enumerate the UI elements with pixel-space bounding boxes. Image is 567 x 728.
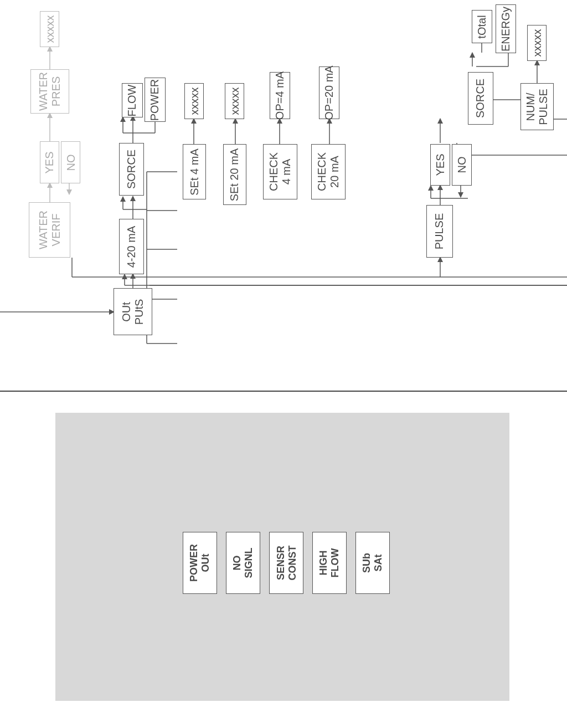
node-yes-wp: YES [40, 141, 59, 183]
label: xxxxx [228, 88, 241, 115]
label: POWER [149, 79, 162, 121]
node-no-pulse: NO [452, 144, 472, 186]
label: tOtal [476, 15, 488, 38]
err-sensr-const: SENSR CONST [269, 532, 303, 594]
node-energy: ENERGy [496, 4, 516, 53]
label: SEt 20 mA [229, 148, 241, 201]
label: NUM/ PULSE [524, 89, 550, 125]
label: OP=20 mA [323, 65, 336, 120]
section-divider [0, 391, 567, 392]
node-set20-xxxxx: xxxxx [225, 83, 244, 119]
error-panel: POWER OUt NO SIGNL SENSR CONST HIGH FLOW… [55, 413, 509, 701]
label: OP=4 mA [274, 71, 286, 120]
node-sorce-a: SORCE [119, 143, 144, 196]
err-sub-sat: SUb SAt [355, 532, 390, 594]
label: SEt 4 mA [188, 148, 201, 195]
node-pulse: PULSE [426, 205, 453, 258]
label: SENSR CONST [275, 546, 298, 581]
label: WATER VERIF [37, 210, 63, 250]
node-4-20ma: 4-20 mA [119, 219, 144, 274]
node-water-pres: WATER PRES [30, 69, 69, 114]
node-flow: FLOW [122, 83, 143, 117]
node-no-wp: NO [61, 141, 80, 183]
label: NO [456, 157, 468, 173]
node-water-verif: WATER VERIF [29, 202, 70, 258]
label: xxxxx [188, 88, 200, 115]
label: YES [43, 151, 56, 173]
label: NO [64, 154, 77, 171]
label: OUt PUtS [120, 293, 146, 331]
err-no-signl: NO SIGNL [226, 532, 260, 594]
label: CHECK 4 mA [267, 152, 293, 191]
label: NO SIGNL [231, 546, 255, 580]
label: FLOW [126, 84, 139, 116]
node-power: POWER [145, 78, 166, 122]
label: xxxxx [43, 16, 56, 43]
node-yes-pulse: YES [430, 144, 450, 186]
node-sorce-pulse: SORCE [468, 72, 493, 125]
node-num-pulse: NUM/ PULSE [520, 83, 554, 130]
node-check20: CHECK 20 mA [311, 144, 346, 199]
label: YES [434, 153, 447, 176]
label: SUb SAt [361, 546, 384, 580]
label: 4-20 mA [125, 225, 138, 268]
node-xxxxx-wp: xxxxx [40, 11, 59, 47]
node-set20: SEt 20 mA [223, 144, 246, 205]
node-set4: SEt 4 mA [183, 144, 206, 199]
label: WATER PRES [37, 72, 63, 111]
node-total: tOtal [472, 10, 492, 43]
node-op4: OP=4 mA [270, 72, 290, 119]
err-high-flow: HIGH FLOW [312, 532, 347, 594]
label: SORCE [475, 79, 487, 118]
label: ENERGy [499, 6, 512, 51]
node-check4: CHECK 4 mA [263, 144, 297, 199]
label: PULSE [434, 213, 446, 250]
label: xxxxx [530, 29, 543, 57]
label: HIGH FLOW [318, 546, 341, 580]
node-op20: OP=20 mA [319, 66, 339, 119]
node-set4-xxxxx: xxxxx [184, 83, 204, 119]
label: SORCE [125, 150, 138, 189]
label: CHECK 20 mA [316, 152, 341, 191]
label: POWER OUt [188, 544, 212, 582]
err-power-out: POWER OUt [183, 532, 217, 594]
node-outputs: OUt PUtS [114, 288, 152, 335]
node-numpulse-xxxxx: xxxxx [527, 25, 547, 61]
